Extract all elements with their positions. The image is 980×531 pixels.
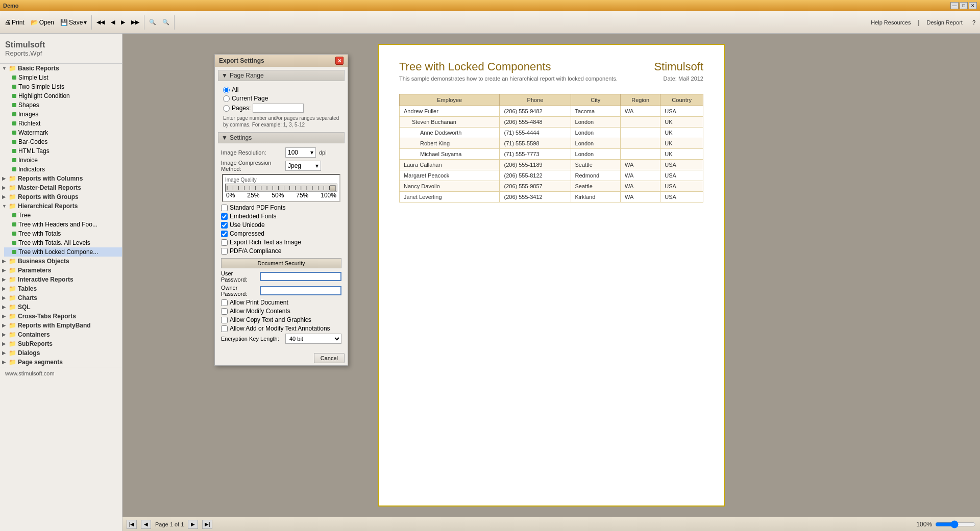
folder-icon: 📁 bbox=[9, 294, 16, 301]
help-button[interactable]: ? bbox=[970, 18, 978, 27]
allow-annotations-checkbox[interactable] bbox=[221, 325, 228, 332]
allow-annotations-row: Allow Add or Modify Text Annotations bbox=[221, 325, 341, 332]
save-button[interactable]: 💾 Save ▾ bbox=[58, 17, 89, 28]
sidebar-group-charts[interactable]: ▶ 📁 Charts bbox=[0, 293, 122, 302]
sidebar-group-page-segments[interactable]: ▶ 📁 Page segments bbox=[0, 358, 122, 367]
radio-all-input[interactable] bbox=[223, 87, 230, 93]
toolbar-icon-btn-3[interactable]: ▶ bbox=[118, 17, 128, 27]
radio-pages-input[interactable] bbox=[223, 105, 230, 112]
sidebar-group-master-detail[interactable]: ▶ 📁 Master-Detail Reports bbox=[0, 183, 122, 192]
sidebar-item-invoice[interactable]: Invoice bbox=[4, 156, 122, 165]
sidebar-item-bar-codes[interactable]: Bar-Codes bbox=[4, 137, 122, 146]
pdf-compliance-checkbox[interactable] bbox=[221, 248, 228, 255]
toolbar-icon-btn-5[interactable]: 🔍 bbox=[146, 17, 159, 27]
cancel-button[interactable]: Cancel bbox=[314, 353, 345, 363]
open-button[interactable]: 📂 Open bbox=[28, 17, 57, 28]
compressed-row: Compressed bbox=[221, 230, 341, 237]
folder-icon: 📁 bbox=[9, 322, 16, 329]
sidebar-item-tree-totals[interactable]: Tree with Totals bbox=[4, 229, 122, 238]
sidebar-item-simple-list[interactable]: Simple List bbox=[4, 73, 122, 82]
sidebar-item-indicators[interactable]: Indicators bbox=[4, 165, 122, 174]
help-resources-button[interactable]: Help Resources bbox=[868, 18, 914, 27]
user-password-input[interactable] bbox=[260, 272, 341, 281]
print-button[interactable]: 🖨 Print bbox=[2, 17, 27, 28]
sidebar-item-highlight-condition[interactable]: Highlight Condition bbox=[4, 91, 122, 100]
sidebar-item-html-tags[interactable]: HTML Tags bbox=[4, 146, 122, 156]
dialog-title-bar[interactable]: Export Settings ✕ bbox=[215, 55, 348, 67]
sidebar-group-subreports[interactable]: ▶ 📁 SubReports bbox=[0, 339, 122, 348]
sidebar-item-watermark[interactable]: Watermark bbox=[4, 128, 122, 137]
folder-icon: 📁 bbox=[9, 331, 16, 338]
encryption-select[interactable]: 40 bit128 bit bbox=[285, 334, 341, 344]
owner-password-input[interactable] bbox=[260, 286, 341, 295]
sidebar-group-empty-band[interactable]: ▶ 📁 Reports with EmptyBand bbox=[0, 321, 122, 330]
expand-icon: ▶ bbox=[2, 194, 7, 199]
radio-current-page-input[interactable] bbox=[223, 95, 230, 102]
image-quality-track[interactable]: ||| ||| ||| ||| ||| ||| || bbox=[225, 184, 337, 192]
sidebar-group-tables[interactable]: ▶ 📁 Tables bbox=[0, 284, 122, 293]
maximize-button[interactable]: □ bbox=[960, 2, 968, 9]
dialog-close-button[interactable]: ✕ bbox=[335, 57, 344, 65]
toolbar-icon-btn-4[interactable]: ▶▶ bbox=[129, 17, 142, 27]
toolbar-icon-btn-2[interactable]: ◀ bbox=[108, 17, 117, 27]
expand-icon: ▼ bbox=[2, 66, 7, 71]
slider-thumb[interactable] bbox=[330, 185, 336, 191]
use-unicode-checkbox[interactable] bbox=[221, 222, 228, 229]
folder-icon: 📁 bbox=[9, 285, 16, 292]
design-report-button[interactable]: Design Report bbox=[924, 18, 966, 27]
compressed-checkbox[interactable] bbox=[221, 231, 228, 237]
folder-icon: 📁 bbox=[9, 276, 16, 283]
logo-text-line2: Reports.Wpf bbox=[5, 49, 117, 57]
image-resolution-select[interactable]: 100 ▾ bbox=[285, 147, 316, 158]
pages-text-input[interactable] bbox=[253, 104, 304, 113]
print-icon: 🖨 bbox=[5, 19, 11, 26]
owner-password-row: Owner Password: bbox=[221, 285, 341, 297]
image-compression-select[interactable]: Jpeg ▾ bbox=[285, 161, 321, 171]
item-dot bbox=[12, 121, 16, 125]
folder-icon: 📁 bbox=[9, 258, 16, 265]
sidebar-group-business-objects[interactable]: ▶ 📁 Business Objects bbox=[0, 257, 122, 266]
document-security-button[interactable]: Document Security bbox=[221, 258, 341, 268]
radio-all: All bbox=[223, 86, 339, 93]
allow-print-row: Allow Print Document bbox=[221, 299, 341, 306]
sidebar-item-tree-locked-components[interactable]: Tree with Locked Compone... bbox=[4, 247, 122, 257]
sidebar-group-hierarchical[interactable]: ▼ 📁 Hierarchical Reports bbox=[0, 201, 122, 211]
toolbar-icon-btn-6[interactable]: 🔍 bbox=[160, 17, 172, 27]
item-dot bbox=[12, 112, 16, 116]
embedded-fonts-checkbox[interactable] bbox=[221, 213, 228, 220]
close-button[interactable]: ✕ bbox=[969, 2, 977, 9]
content-area: Tree with Locked Components This sample … bbox=[122, 34, 980, 531]
folder-icon: 📁 bbox=[9, 193, 16, 200]
sidebar-item-tree-headers-footers[interactable]: Tree with Headers and Foo... bbox=[4, 220, 122, 229]
toolbar-icon-btn-1[interactable]: ◀◀ bbox=[94, 17, 107, 27]
sidebar-group-sql[interactable]: ▶ 📁 SQL bbox=[0, 302, 122, 312]
folder-icon: 📁 bbox=[9, 184, 16, 191]
settings-section-header[interactable]: ▼ Settings bbox=[218, 132, 345, 143]
sidebar-group-reports-with-groups[interactable]: ▶ 📁 Reports with Groups bbox=[0, 192, 122, 201]
standard-pdf-fonts-checkbox[interactable] bbox=[221, 205, 228, 211]
sidebar-group-parameters[interactable]: ▶ 📁 Parameters bbox=[0, 266, 122, 275]
sidebar-item-tree[interactable]: Tree bbox=[4, 211, 122, 220]
sidebar-group-interactive-reports[interactable]: ▶ 📁 Interactive Reports bbox=[0, 275, 122, 284]
folder-icon: 📁 bbox=[9, 65, 16, 72]
allow-modify-checkbox[interactable] bbox=[221, 308, 228, 315]
export-rich-text-checkbox[interactable] bbox=[221, 239, 228, 246]
sidebar-group-dialogs[interactable]: ▶ 📁 Dialogs bbox=[0, 348, 122, 358]
sidebar-group-basic-reports[interactable]: ▼ 📁 Basic Reports bbox=[0, 64, 122, 73]
sidebar-item-richtext[interactable]: Richtext bbox=[4, 119, 122, 128]
dropdown-arrow-icon: ▾ bbox=[315, 162, 318, 169]
allow-print-checkbox[interactable] bbox=[221, 299, 228, 306]
image-compression-row: Image Compression Method: Jpeg ▾ bbox=[221, 160, 341, 172]
sidebar-item-tree-totals-all-levels[interactable]: Tree with Totals. All Levels bbox=[4, 238, 122, 247]
sidebar-group-cross-tabs[interactable]: ▶ 📁 Cross-Tabs Reports bbox=[0, 312, 122, 321]
toolbar-separator-2 bbox=[144, 15, 144, 30]
page-range-section-header[interactable]: ▼ Page Range bbox=[218, 70, 345, 81]
allow-copy-checkbox[interactable] bbox=[221, 317, 228, 323]
sidebar-group-containers[interactable]: ▶ 📁 Containers bbox=[0, 330, 122, 339]
sidebar-group-reports-with-columns[interactable]: ▶ 📁 Reports with Columns bbox=[0, 174, 122, 183]
sidebar-item-two-simple-lists[interactable]: Two Simple Lists bbox=[4, 82, 122, 91]
expand-icon: ▶ bbox=[2, 185, 7, 190]
sidebar-item-shapes[interactable]: Shapes bbox=[4, 100, 122, 110]
minimize-button[interactable]: — bbox=[950, 2, 959, 9]
sidebar-item-images[interactable]: Images bbox=[4, 110, 122, 119]
